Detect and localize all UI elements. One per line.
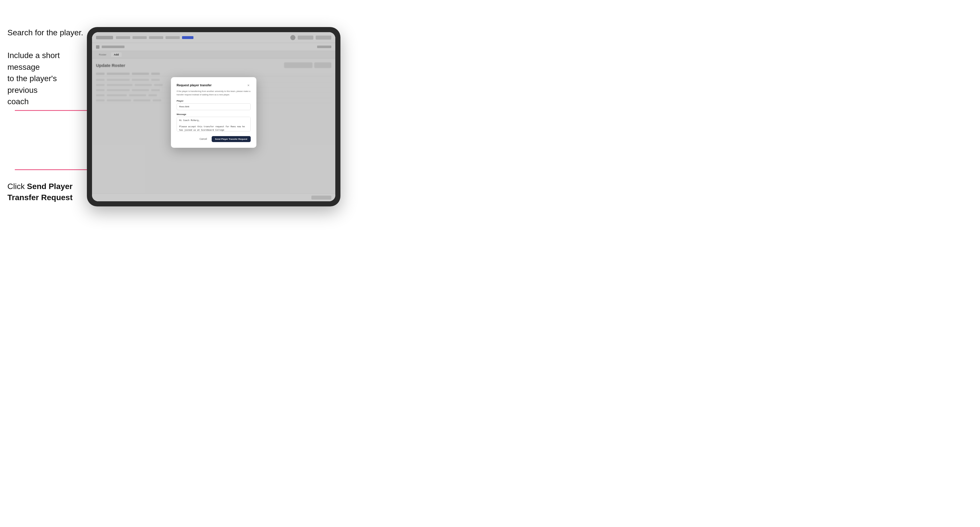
modal-footer: Cancel Send Player Transfer Request [177, 136, 251, 142]
annotation-search-text: Search for the player. [7, 27, 83, 38]
message-textarea[interactable]: Hi Coach McHarg, Please accept this tran… [177, 117, 251, 132]
modal-overlay: Request player transfer × If the player … [92, 32, 335, 201]
tablet-screen: Roster Add Update Roster [92, 32, 335, 201]
tablet-device: Roster Add Update Roster [87, 27, 340, 206]
cancel-button[interactable]: Cancel [197, 136, 209, 142]
modal-header: Request player transfer × [177, 83, 251, 87]
annotation-click-text: Click Send Player Transfer Request [7, 181, 84, 203]
annotation-message-text: Include a short messageto the player's p… [7, 50, 84, 108]
player-input[interactable] [177, 103, 251, 110]
modal-close-button[interactable]: × [246, 83, 251, 87]
message-label: Message [177, 113, 251, 116]
annotation-click-bold: Send Player Transfer Request [7, 182, 73, 202]
send-transfer-button[interactable]: Send Player Transfer Request [212, 136, 251, 142]
request-transfer-modal: Request player transfer × If the player … [171, 77, 256, 148]
modal-description: If the player is transferring from anoth… [177, 90, 251, 96]
modal-title: Request player transfer [177, 83, 212, 87]
player-label: Player [177, 100, 251, 102]
